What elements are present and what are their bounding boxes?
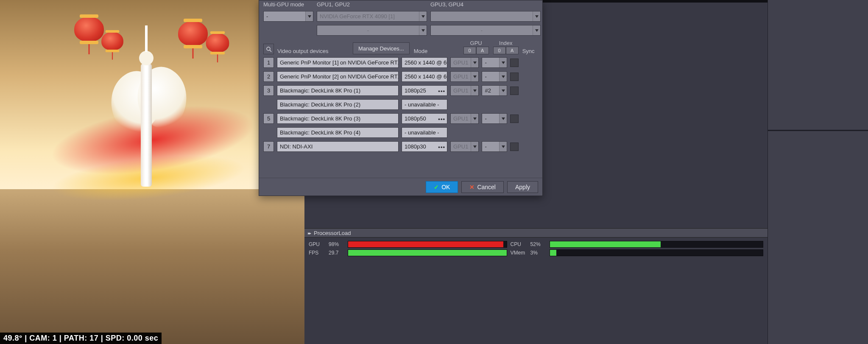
device-name-field[interactable]: NDI: NDI-AXI	[277, 141, 399, 152]
device-sync-checkbox[interactable]	[510, 73, 519, 81]
processor-load-header[interactable]: ▸▸ ProcessorLoad	[304, 228, 768, 238]
ellipsis-icon[interactable]: •••	[438, 87, 445, 94]
gpu34-header: GPU3, GPU4	[430, 1, 541, 8]
gpu12-secondary-combo[interactable]: -	[317, 25, 427, 36]
device-row-number[interactable]: 7	[263, 141, 274, 152]
gpu12-header: GPU1, GPU2	[317, 1, 427, 8]
gpu-value: 98%	[329, 241, 344, 247]
device-index-combo[interactable]: #2	[482, 85, 507, 96]
chevron-down-icon[interactable]	[305, 11, 313, 21]
device-gpu-combo[interactable]: GPU1	[450, 57, 479, 68]
processor-load-title: ProcessorLoad	[314, 230, 351, 236]
cpu-label: CPU	[511, 241, 527, 247]
device-index-value: -	[482, 143, 499, 150]
device-name-field[interactable]: Blackmagic: DeckLink 8K Pro (2)	[277, 99, 399, 110]
chevron-down-icon[interactable]	[499, 86, 507, 95]
device-gpu-combo[interactable]: GPU1	[450, 113, 479, 124]
search-icon	[266, 46, 272, 52]
device-gpu-value: GPU1	[451, 59, 471, 66]
chevron-down-icon[interactable]	[499, 114, 507, 123]
device-mode-field[interactable]: 1080p25•••	[402, 85, 447, 96]
manage-devices-button[interactable]: Manage Devices...	[353, 42, 410, 54]
chevron-down-icon[interactable]	[419, 25, 427, 35]
device-name-field[interactable]: Generic PnP Monitor [2] on NVIDIA GeForc…	[277, 71, 399, 82]
device-sync-checkbox[interactable]	[510, 143, 519, 151]
vmem-value: 3%	[530, 250, 546, 256]
check-icon: ✓	[434, 184, 439, 190]
chevron-down-icon[interactable]	[419, 11, 427, 21]
mode-column-header: Mode	[414, 48, 460, 54]
fps-label: FPS	[309, 250, 325, 256]
device-name-field[interactable]: Generic PnP Monitor [1] on NVIDIA GeForc…	[277, 57, 399, 68]
apply-button[interactable]: Apply	[507, 181, 538, 193]
device-index-value: -	[482, 115, 499, 122]
device-index-combo[interactable]: -	[482, 57, 507, 68]
device-row-number[interactable]: 5	[263, 113, 274, 124]
device-row: 2Generic PnP Monitor [2] on NVIDIA GeFor…	[259, 70, 542, 84]
device-row: 3Blackmagic: DeckLink 8K Pro (1)1080p25•…	[259, 84, 542, 98]
sync-column-header: Sync	[522, 48, 535, 54]
scene-tower	[123, 25, 170, 187]
device-row: 5Blackmagic: DeckLink 8K Pro (3)1080p50•…	[259, 112, 542, 126]
ok-button[interactable]: ✓ OK	[426, 181, 458, 193]
search-devices-button[interactable]	[263, 44, 274, 54]
chevron-down-icon[interactable]	[471, 86, 478, 95]
chevron-down-icon[interactable]	[499, 142, 507, 151]
device-row-number[interactable]: 1	[263, 57, 274, 68]
device-sync-checkbox[interactable]	[510, 59, 519, 67]
device-gpu-combo[interactable]: GPU1	[450, 141, 479, 152]
cpu-bar	[550, 241, 763, 248]
device-index-combo[interactable]: -	[482, 71, 507, 82]
ellipsis-icon[interactable]: •••	[438, 115, 445, 122]
multi-gpu-mode-value: -	[264, 13, 305, 20]
chevron-down-icon[interactable]	[471, 72, 478, 81]
index-0-button[interactable]: 0	[493, 47, 506, 54]
device-index-value: #2	[482, 87, 499, 94]
device-index-combo[interactable]: -	[482, 141, 507, 152]
chevron-down-icon[interactable]	[533, 11, 540, 21]
chevron-down-icon[interactable]	[499, 58, 507, 67]
gpu12-primary-value: NVIDIA GeForce RTX 4090 [1]	[317, 13, 419, 20]
gpu-a-button[interactable]: A	[476, 47, 489, 54]
scene-lantern	[206, 33, 229, 52]
chevron-down-icon[interactable]	[471, 114, 478, 123]
device-index-combo[interactable]: -	[482, 113, 507, 124]
device-gpu-combo[interactable]: GPU1	[450, 85, 479, 96]
cancel-button[interactable]: ✕ Cancel	[461, 181, 504, 193]
chevron-down-icon[interactable]	[533, 25, 540, 35]
device-name-field[interactable]: Blackmagic: DeckLink 8K Pro (4)	[277, 127, 399, 138]
gpu34-primary-combo[interactable]	[430, 11, 541, 22]
svg-line-1	[270, 50, 271, 52]
apply-button-label: Apply	[515, 184, 530, 190]
device-mode-field[interactable]: 1080p30•••	[402, 141, 447, 152]
device-row-number[interactable]: 3	[263, 85, 274, 96]
fps-bar	[348, 249, 507, 256]
device-name-field[interactable]: Blackmagic: DeckLink 8K Pro (1)	[277, 85, 399, 96]
scene-lantern	[178, 21, 208, 46]
device-mode-field: - unavailable -	[402, 127, 447, 138]
device-mode-field[interactable]: 2560 x 1440 @ 60	[402, 71, 447, 82]
gpu-0-button[interactable]: 0	[463, 47, 476, 54]
multi-gpu-mode-combo[interactable]: -	[263, 11, 313, 22]
chevron-down-icon[interactable]	[499, 72, 507, 81]
ellipsis-icon[interactable]: •••	[438, 143, 445, 150]
device-index-value: -	[482, 59, 499, 66]
chevron-down-icon[interactable]	[471, 142, 478, 151]
chevron-down-icon[interactable]	[471, 58, 478, 67]
scene-lantern	[101, 32, 123, 50]
device-row-number[interactable]: 2	[263, 71, 274, 82]
gpu12-secondary-value: -	[317, 27, 419, 34]
gpu34-secondary-combo[interactable]: -	[430, 25, 541, 36]
device-sync-checkbox[interactable]	[510, 87, 519, 95]
device-mode-field[interactable]: 2560 x 1440 @ 60	[402, 57, 447, 68]
device-sync-checkbox[interactable]	[510, 115, 519, 123]
gpu34-secondary-value: -	[431, 27, 533, 34]
vmem-label: VMem	[511, 250, 527, 256]
index-a-button[interactable]: A	[506, 47, 519, 54]
device-mode-field[interactable]: 1080p50•••	[402, 113, 447, 124]
device-name-field[interactable]: Blackmagic: DeckLink 8K Pro (3)	[277, 113, 399, 124]
device-gpu-value: GPU1	[451, 143, 471, 150]
device-gpu-combo[interactable]: GPU1	[450, 71, 479, 82]
gpu-label: GPU	[309, 241, 325, 247]
gpu12-primary-combo[interactable]: NVIDIA GeForce RTX 4090 [1]	[317, 11, 427, 22]
